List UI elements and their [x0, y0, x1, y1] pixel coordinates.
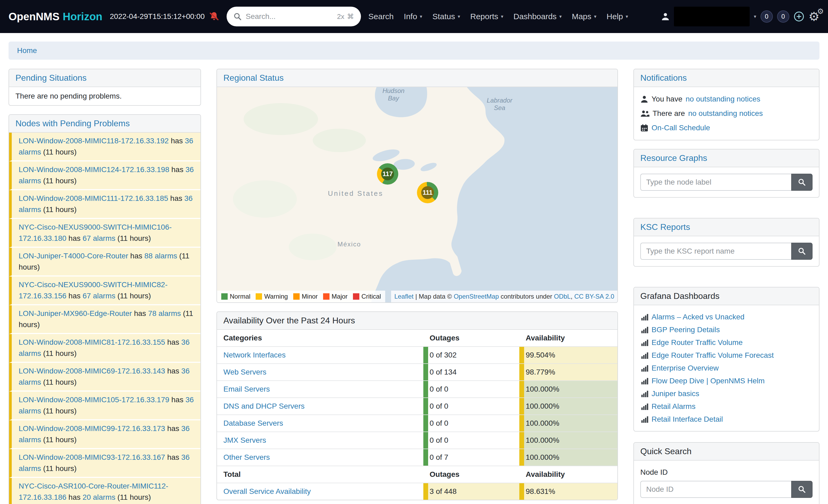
pending-node-item: LON-Window-2008-MIMIC69-172.16.33.143 ha… — [9, 363, 201, 392]
alarms-link[interactable]: 20 alarms — [83, 493, 116, 501]
node-id-search-button[interactable] — [791, 481, 813, 498]
caret-down-icon: ▾ — [594, 14, 596, 19]
alarm-item-text: has — [165, 424, 181, 432]
notifications-title[interactable]: Notifications — [640, 73, 687, 83]
grafana-dashboard-link[interactable]: Flow Deep Dive | OpenNMS Helm — [652, 376, 764, 386]
ccbysa-link[interactable]: CC BY-SA 2.0 — [574, 293, 614, 300]
overall-availability-link[interactable]: Overall Service Availability — [223, 487, 311, 496]
category-link[interactable]: DNS and DHCP Servers — [223, 402, 304, 410]
brand-logo[interactable]: OpenNMS Horizon — [8, 11, 102, 22]
grafana-dashboard-link[interactable]: Retail Interface Detail — [652, 414, 723, 424]
grafana-dashboard-link[interactable]: Enterprise Overview — [652, 363, 719, 373]
oncall-row: On-Call Schedule — [640, 121, 813, 135]
nav-item-search[interactable]: Search — [368, 12, 394, 21]
category-link[interactable]: Database Servers — [223, 419, 283, 427]
caret-down-icon: ▾ — [559, 14, 562, 19]
user-menu[interactable] — [674, 7, 750, 27]
global-search-input[interactable] — [246, 12, 333, 21]
alarms-link[interactable]: 78 alarms — [148, 309, 181, 318]
ksc-reports-title[interactable]: KSC Reports — [640, 222, 690, 232]
nodes-pending-title[interactable]: Nodes with Pending Problems — [15, 119, 130, 128]
alarm-duration-text: (11 hours) — [41, 177, 77, 185]
nav-item-status[interactable]: Status▾ — [432, 12, 460, 21]
alarm-duration-text: (11 hours) — [41, 436, 77, 444]
nav-item-help[interactable]: Help▾ — [607, 12, 628, 21]
ksc-reports-search-button[interactable] — [791, 243, 813, 260]
grafana-dashboard-link[interactable]: Juniper basics — [652, 388, 699, 399]
category-link[interactable]: Network Interfaces — [223, 351, 286, 359]
grafana-dashboard-link[interactable]: Retail Alarms — [652, 402, 696, 412]
bar-chart-icon — [641, 339, 648, 346]
map-cluster-count: 111 — [421, 186, 434, 199]
oncall-schedule-link[interactable]: On-Call Schedule — [652, 122, 710, 133]
nav-item-dashboards[interactable]: Dashboards▾ — [513, 12, 562, 21]
pending-node-item: NYC-Cisco-ASR100-Core-Router-MIMIC112-17… — [9, 478, 201, 504]
breadcrumb: Home — [8, 42, 820, 60]
user-icon — [640, 95, 648, 103]
map-cluster-marker-111[interactable]: 111 — [417, 182, 438, 203]
users-icon — [640, 110, 649, 117]
node-link[interactable]: LON-Window-2008-MIMIC111-172.16.33.185 — [19, 194, 168, 202]
region-map[interactable]: Hudson Bay Labrador Sea United States Mé… — [217, 87, 617, 302]
outages-cell: 0 of 0 — [423, 415, 519, 432]
node-link[interactable]: LON-Window-2008-MIMIC124-172.16.33.198 — [19, 166, 169, 174]
grafana-dashboard-list: Alarms – Acked vs UnackedBGP Peering Det… — [634, 305, 819, 431]
node-link[interactable]: LON-Window-2008-MIMIC93-172.16.33.167 — [19, 453, 165, 461]
node-link[interactable]: LON-Window-2008-MIMIC99-172.16.33.173 — [19, 424, 165, 432]
alarms-link[interactable]: 88 alarms — [144, 252, 177, 260]
alarms-count-badge[interactable]: 0 — [777, 10, 789, 22]
category-link[interactable]: Web Servers — [223, 368, 266, 376]
odbl-link[interactable]: ODbL — [554, 293, 571, 300]
category-cell: DNS and DHCP Servers — [217, 398, 423, 415]
map-attribution: Leaflet | Map data © OpenStreetMap contr… — [391, 291, 617, 302]
node-link[interactable]: LON-Window-2008-MIMIC118-172.16.33.192 — [19, 137, 169, 145]
ksc-reports-input[interactable] — [640, 243, 791, 260]
search-icon — [234, 12, 242, 20]
nav-item-info[interactable]: Info▾ — [404, 12, 422, 21]
node-link[interactable]: LON-Window-2008-MIMIC105-172.16.33.179 — [19, 396, 169, 404]
grafana-dashboard-link[interactable]: BGP Peering Details — [652, 325, 720, 335]
node-id-input[interactable] — [640, 481, 791, 498]
bar-chart-icon — [641, 365, 648, 372]
alarms-link[interactable]: 67 alarms — [83, 292, 116, 300]
osm-link[interactable]: OpenStreetMap — [454, 293, 499, 300]
settings-gear-icon[interactable]: ⚙⚙ — [809, 10, 820, 22]
alarm-item-text: has — [169, 137, 185, 145]
node-link[interactable]: LON-Window-2008-MIMIC81-172.16.33.155 — [19, 338, 165, 346]
notices-count-badge[interactable]: 0 — [760, 10, 773, 22]
regional-status-title[interactable]: Regional Status — [223, 73, 284, 83]
node-link[interactable]: LON-Juniper-T4000-Core-Router — [19, 252, 128, 260]
user-notices-link[interactable]: no outstanding notices — [686, 93, 760, 105]
grafana-dashboard-link[interactable]: Edge Router Traffic Volume Forecast — [652, 350, 774, 360]
breadcrumb-home-link[interactable]: Home — [17, 46, 37, 55]
grafana-dashboard-link[interactable]: Edge Router Traffic Volume — [652, 337, 743, 348]
grafana-title: Grafana Dashboards — [640, 291, 719, 301]
availability-value: 99.504% — [526, 351, 555, 359]
node-link[interactable]: LON-Window-2008-MIMIC69-172.16.33.143 — [19, 367, 165, 375]
pending-situations-title[interactable]: Pending Situations — [15, 73, 87, 83]
category-link[interactable]: Other Servers — [223, 453, 270, 461]
nav-item-reports[interactable]: Reports▾ — [470, 12, 503, 21]
legend-label: Critical — [362, 293, 381, 300]
leaflet-link[interactable]: Leaflet — [394, 293, 413, 300]
alarm-duration-text: (11 hours) — [41, 464, 77, 472]
alarms-link[interactable]: 67 alarms — [83, 234, 116, 242]
alarm-item-text: has — [165, 453, 181, 461]
grafana-dashboard-item: Retail Interface Detail — [641, 413, 812, 426]
nav-item-maps[interactable]: Maps▾ — [572, 12, 596, 21]
outages-value: 0 of 302 — [430, 351, 457, 359]
map-cluster-marker-117[interactable]: 117 — [377, 163, 398, 185]
col-availability: Availability — [519, 330, 617, 347]
resource-graphs-search-button[interactable] — [791, 174, 813, 191]
category-link[interactable]: JMX Servers — [223, 436, 266, 444]
node-link[interactable]: LON-Juniper-MX960-Edge-Router — [19, 309, 132, 318]
resource-graphs-input[interactable] — [640, 174, 791, 191]
alarm-item-text: has — [169, 396, 185, 404]
quick-add-icon[interactable] — [794, 11, 804, 22]
resource-graphs-title[interactable]: Resource Graphs — [640, 153, 707, 163]
team-notices-link[interactable]: no outstanding notices — [688, 108, 763, 119]
category-link[interactable]: Email Servers — [223, 385, 270, 393]
notices-off-icon[interactable] — [209, 11, 219, 21]
legend-color-swatch — [221, 293, 227, 300]
grafana-dashboard-link[interactable]: Alarms – Acked vs Unacked — [652, 312, 745, 322]
